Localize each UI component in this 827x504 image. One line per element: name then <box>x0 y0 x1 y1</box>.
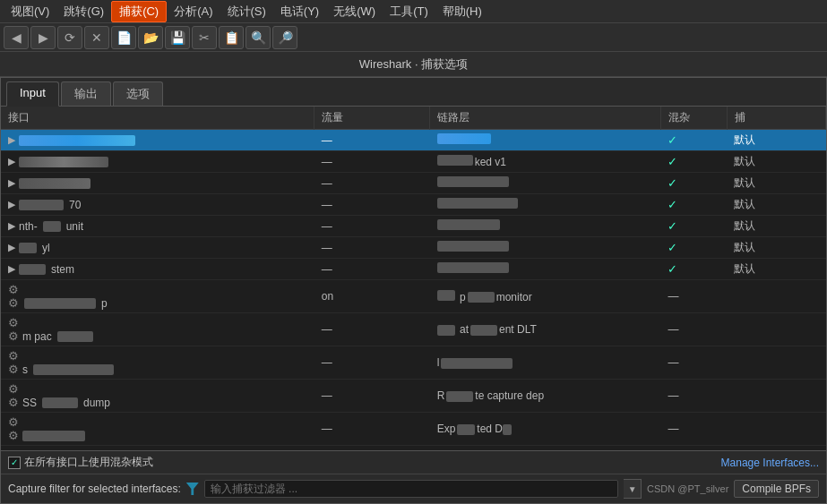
menubar: 视图(V) 跳转(G) 捕获(C) 分析(A) 统计(S) 电话(Y) 无线(W… <box>0 0 827 23</box>
col-header-traffic: 流量 <box>314 107 430 130</box>
toolbar-btn-new[interactable]: 📄 <box>111 26 136 49</box>
toolbar-btn-cut[interactable]: ✂ <box>192 26 217 49</box>
cell-promisc: — <box>660 380 727 413</box>
cell-capture <box>727 380 825 413</box>
watermark-text: CSDN @PT_silver <box>647 483 728 494</box>
manage-interfaces-button[interactable]: Manage Interfaces... <box>721 457 819 469</box>
row-expand-icon: ▶ <box>8 220 15 232</box>
cell-traffic: — <box>314 194 430 216</box>
cell-promisc: ✓ <box>660 216 727 237</box>
cell-linklayer <box>430 237 661 259</box>
toolbar-btn-open[interactable]: 📂 <box>138 26 163 49</box>
tab-options[interactable]: 选项 <box>113 81 163 106</box>
cell-promisc: — <box>660 413 727 446</box>
table-row[interactable]: ▶ — ked v1 ✓ 默认 <box>1 151 826 173</box>
cell-traffic: — <box>314 413 430 446</box>
cell-linklayer: l <box>430 346 661 380</box>
row-expand-icon: ▶ <box>8 263 15 275</box>
cell-promisc: ✓ <box>660 151 727 173</box>
col-header-linklayer: 链路层 <box>430 107 661 130</box>
row-expand-icon: ▶ <box>8 156 15 167</box>
toolbar-btn-copy[interactable]: 📋 <box>219 26 244 49</box>
bottom-bar: ✓ 在所有接口上使用混杂模式 Manage Interfaces... <box>1 450 826 474</box>
gear-icon: ⚙ <box>8 396 19 409</box>
cell-capture <box>727 313 825 346</box>
cell-linklayer <box>430 194 661 216</box>
table-row[interactable]: ⚙ — Expted D — <box>1 413 826 446</box>
table-row[interactable]: ▶ 70 — ✓ 默认 <box>1 194 826 216</box>
menubar-item-phone[interactable]: 电话(Y) <box>273 2 326 21</box>
cell-linklayer <box>430 259 661 280</box>
menubar-item-capture[interactable]: 捕获(C) <box>111 1 167 22</box>
compile-bpfs-button[interactable]: Compile BPFs <box>734 480 819 498</box>
toolbar-btn-zoomin[interactable]: 🔍 <box>246 26 271 49</box>
table-header-row: 接口 流量 链路层 混杂 捕 <box>1 107 826 130</box>
capture-options-dialog: Input 输出 选项 接口 流量 链路层 混杂 捕 ▶ <box>0 77 827 504</box>
table-row[interactable]: ▶ nth- unit — ✓ 默认 <box>1 216 826 237</box>
cell-capture <box>727 346 825 380</box>
row-expand-icon: ▶ <box>8 242 15 253</box>
capture-filter-input[interactable] <box>204 480 618 498</box>
filter-label: Capture filter for selected interfaces: <box>8 483 181 495</box>
menubar-item-help[interactable]: 帮助(H) <box>435 2 489 21</box>
menubar-item-wireless[interactable]: 无线(W) <box>326 2 383 21</box>
table-row[interactable]: ⚙ s — l — <box>1 346 826 380</box>
toolbar-btn-refresh[interactable]: ⟳ <box>57 26 82 49</box>
cell-capture <box>727 280 825 313</box>
tab-output[interactable]: 输出 <box>61 81 111 106</box>
menubar-item-view[interactable]: 视图(V) <box>4 2 56 21</box>
gear-icon: ⚙ <box>8 429 19 442</box>
cell-capture: 默认 <box>727 237 825 259</box>
tab-input[interactable]: Input <box>6 81 59 107</box>
menubar-item-analyze[interactable]: 分析(A) <box>167 2 220 21</box>
filter-dropdown-button[interactable]: ▼ <box>624 479 642 499</box>
table-row[interactable]: ▶ — ✓ 默认 <box>1 173 826 194</box>
gear-icon: ⚙ <box>8 363 19 376</box>
cell-linklayer: Rte capture dep <box>430 380 661 413</box>
cell-capture: 默认 <box>727 194 825 216</box>
menubar-item-tools[interactable]: 工具(T) <box>383 2 435 21</box>
row-expand-icon: ▶ <box>8 177 15 189</box>
menubar-item-stats[interactable]: 统计(S) <box>220 2 273 21</box>
cell-traffic: on <box>314 280 430 313</box>
cell-linklayer: pmonitor <box>430 280 661 313</box>
gear-icon: ⚙ <box>8 296 19 310</box>
cell-promisc: — <box>660 313 727 346</box>
cell-capture: 默认 <box>727 173 825 194</box>
table-row[interactable]: ⚙ m pac — atent DLT — <box>1 313 826 346</box>
toolbar-btn-save[interactable]: 💾 <box>165 26 190 49</box>
table-row[interactable]: ⚙ SSdump — Rte capture dep — <box>1 380 826 413</box>
toolbar-btn-zoomout[interactable]: 🔎 <box>272 26 297 49</box>
cell-interface: ▶ 70 <box>1 194 314 216</box>
cell-traffic: — <box>314 173 430 194</box>
promisc-label: 在所有接口上使用混杂模式 <box>24 455 153 470</box>
col-header-capture: 捕 <box>727 107 825 130</box>
promisc-checkbox-container[interactable]: ✓ 在所有接口上使用混杂模式 <box>8 455 153 470</box>
gear-icon: ⚙ <box>8 329 19 343</box>
cell-traffic: — <box>314 259 430 280</box>
cell-promisc: — <box>660 346 727 380</box>
cell-interface: ▶ yl <box>1 237 314 259</box>
cell-promisc: ✓ <box>660 194 727 216</box>
table-row[interactable]: ▶ — ✓ 默认 <box>1 130 826 151</box>
table-row[interactable]: ▶ stem — ✓ 默认 <box>1 259 826 280</box>
promisc-checkbox[interactable]: ✓ <box>8 457 21 469</box>
menubar-item-jump[interactable]: 跳转(G) <box>56 2 111 21</box>
table-row[interactable]: ⚙ p on pmonitor — <box>1 280 826 313</box>
interface-table: 接口 流量 链路层 混杂 捕 ▶ — <box>1 107 826 446</box>
toolbar: ◀ ▶ ⟳ ✕ 📄 📂 💾 ✂ 📋 🔍 🔎 <box>0 23 827 52</box>
cell-capture: 默认 <box>727 151 825 173</box>
cell-interface: ⚙ p <box>1 280 314 313</box>
table-row[interactable]: ▶ yl — ✓ 默认 <box>1 237 826 259</box>
row-expand-icon: ▶ <box>8 134 15 146</box>
toolbar-btn-back[interactable]: ◀ <box>4 26 29 49</box>
interface-table-container[interactable]: 接口 流量 链路层 混杂 捕 ▶ — <box>1 107 826 450</box>
toolbar-btn-forward[interactable]: ▶ <box>30 26 56 49</box>
cell-interface: ▶ nth- unit <box>1 216 314 237</box>
cell-linklayer: Expted D <box>430 413 661 446</box>
cell-linklayer: atent DLT <box>430 313 661 346</box>
cell-capture: 默认 <box>727 216 825 237</box>
cell-traffic: — <box>314 237 430 259</box>
cell-linklayer <box>430 130 661 151</box>
toolbar-btn-stop[interactable]: ✕ <box>84 26 109 49</box>
